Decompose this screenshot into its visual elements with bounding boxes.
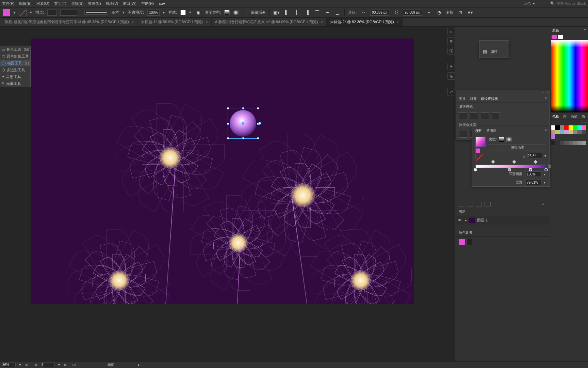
minus-front-button[interactable] [470,112,478,119]
close-icon[interactable]: × [206,20,208,24]
arrange-icon[interactable]: ≡▾ [467,9,474,16]
grad-radial-icon[interactable] [233,10,239,15]
menu-help[interactable]: 帮助(H) [141,1,154,6]
close-icon[interactable]: × [321,20,323,24]
layers-tab-icon[interactable] [458,202,464,206]
stroke-weight-input[interactable] [47,10,57,16]
color-panel-title[interactable]: 颜色 [552,28,559,33]
tab-pathfinder[interactable]: 路径查找器 [481,96,498,101]
menu-type[interactable]: 文字(T) [54,1,66,6]
guide-swatch[interactable] [466,239,472,245]
stroke-profile-select[interactable] [60,10,77,16]
last-artboard-icon[interactable]: ⏭ [71,363,77,367]
dock-link-icon[interactable]: ⎘ [447,72,455,80]
opacity-input[interactable] [147,10,160,16]
close-icon[interactable]: × [506,41,507,45]
gradient-slider[interactable]: 🗑 [475,162,546,170]
guide-swatch[interactable] [459,239,465,245]
tab-transform[interactable]: 变换 [459,96,466,101]
menu-window[interactable]: 窗口(W) [123,1,136,6]
divide-button[interactable] [459,131,467,138]
align-center-icon[interactable]: ┃ [293,9,300,16]
tab-libraries[interactable]: 库 [561,113,569,120]
tool-polygon[interactable]: ⬡多边形工具 [0,66,30,73]
grad-type-linear[interactable] [499,137,504,142]
delete-stop-icon[interactable]: 🗑 [548,164,552,168]
color-spectrum[interactable] [551,40,588,112]
tool-rounded-rectangle[interactable]: ▢圆角矩形工具 [0,53,30,60]
tab-align[interactable]: 对齐 [470,96,477,101]
layout-icon[interactable]: ▭▾ [159,0,165,7]
layer-row[interactable]: 👁 ▸ 图层 1 [456,216,550,225]
collapse-icon[interactable]: ‹‹ [542,91,544,94]
style-swatch[interactable] [180,10,186,15]
panel-menu-icon[interactable]: ≡ [545,128,547,133]
grad-position-input[interactable] [525,180,542,185]
dock-export-icon[interactable]: ↗ [447,88,455,95]
menu-file[interactable]: 文件(F) [2,1,14,6]
pie-icon[interactable]: ◔ [436,9,442,16]
layers-tab-icon[interactable] [485,202,491,206]
tool-rectangle[interactable]: ▭矩形工具(M) [0,46,30,53]
close-icon[interactable]: × [585,121,587,124]
align-bottom-icon[interactable]: ▁ [334,9,341,16]
close-icon[interactable]: × [132,20,134,24]
dock-asset-icon[interactable]: ☀ [447,63,455,70]
menu-view[interactable]: 视图(V) [106,1,118,6]
layers-tab-icon[interactable] [476,202,482,206]
properties-panel[interactable]: —× ▤属性 [479,40,509,58]
tab-stroke[interactable]: 描 [579,113,587,120]
tab-brushes[interactable]: 画笔 [569,113,579,120]
swatches-grid[interactable] [550,125,588,146]
menu-select[interactable]: 选择(S) [71,1,84,6]
panel-menu-icon[interactable]: ≡ [545,96,547,101]
align-top-icon[interactable]: ▔ [314,9,321,16]
status-menu-icon[interactable]: ▸ [138,363,140,367]
tool-star[interactable]: ✦星形工具 [0,73,30,80]
edit-gradient-button[interactable]: 编辑渐变 [251,10,266,15]
transform-button[interactable]: 变换 [446,10,453,15]
doc-tab-0[interactable]: 教程-超实用的等距视角技巧创意字母空间字.ai @ 45.38% (RGB/GP… [1,18,137,26]
stock-search[interactable]: 🔍搜索 Adobe Stock [550,1,586,6]
tab-gradient[interactable]: 渐变 [475,128,481,133]
stroke-swatch[interactable] [19,9,27,16]
dock-expand-icon[interactable]: ‹‹ [447,28,455,35]
align-right-icon[interactable]: ▐ [304,9,310,16]
layers-tab-icon[interactable] [467,202,473,206]
corner-icon[interactable]: ⌐ [425,9,432,16]
first-artboard-icon[interactable]: ⏮ [24,363,30,367]
gradient-preview[interactable] [475,137,486,147]
panel-menu-icon[interactable]: ≡ [584,28,586,32]
align-mid-icon[interactable]: ━ [324,9,331,16]
link-icon[interactable]: ⛓ [393,9,399,16]
isolate-icon[interactable]: ⊡ [457,9,463,16]
height-input[interactable] [403,10,422,16]
color-fill-chip[interactable] [552,35,557,39]
menu-object[interactable]: 对象(O) [36,1,49,6]
exclude-button[interactable] [492,112,500,119]
grad-type-freeform[interactable] [514,137,519,142]
tab-swatches[interactable]: 色板 [550,113,561,120]
brush-definition[interactable] [84,11,108,15]
tool-flare[interactable]: ✧↖光晕工具 [0,80,30,87]
doc-tab-2[interactable]: AI教程-混合打造梦幻花卉效果.ai* @ 84.09% (RGB/GPU 预览… [212,18,327,26]
grad-freeform-icon[interactable] [242,10,247,15]
menu-effect[interactable]: 效果(C) [88,1,101,6]
close-icon[interactable]: × [546,91,548,94]
visibility-icon[interactable]: 👁 [458,218,463,222]
grad-linear-icon[interactable] [224,10,230,15]
expand-icon[interactable]: ▸ [465,218,467,223]
fill-swatch[interactable] [3,9,10,16]
align-icon[interactable]: ▣▾ [273,9,280,16]
dock-css-icon[interactable]: ⚙ [447,37,455,45]
doc-tab-1[interactable]: 未标题-1* @ 56.9% (RGB/GPU 预览)× [137,18,211,26]
close-icon[interactable]: × [397,20,399,24]
artboard-input[interactable] [41,363,55,367]
menu-edit[interactable]: 编辑(E) [19,1,32,6]
grad-stroke-swatch[interactable] [475,154,480,158]
minimize-icon[interactable]: — [501,41,504,45]
angle-input[interactable] [527,153,542,158]
grad-type-radial[interactable] [506,137,512,142]
align-left-icon[interactable]: ▌ [283,9,290,16]
zoom-input[interactable] [2,363,16,367]
